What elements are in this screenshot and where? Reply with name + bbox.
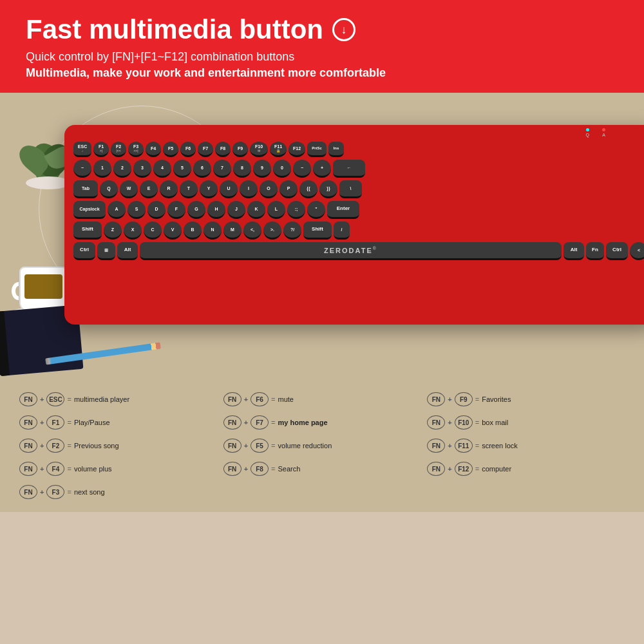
key-backslash[interactable]: \	[339, 180, 362, 198]
key-f7[interactable]: F7	[198, 142, 213, 157]
banner-title-container: Fast multimedia button ↓	[26, 14, 618, 45]
key-backspace[interactable]: ←	[333, 160, 365, 178]
key-esc[interactable]: ESC♪	[73, 142, 91, 157]
key-period[interactable]: >.	[263, 222, 281, 240]
key-w[interactable]: W	[120, 180, 138, 198]
key-space[interactable]: ZERODATE®	[140, 242, 562, 260]
key-y[interactable]: Y	[200, 180, 218, 198]
led-a-dot	[602, 128, 605, 131]
fn-key-f12: F12	[455, 462, 473, 476]
key-e[interactable]: E	[140, 180, 158, 198]
key-h[interactable]: H	[207, 201, 225, 219]
notebook-spine	[0, 311, 10, 376]
key-slash[interactable]: ?/	[283, 222, 301, 240]
shortcut-label-esc: multimedia player	[74, 395, 129, 403]
key-t[interactable]: T	[180, 180, 198, 198]
key-k[interactable]: K	[247, 201, 265, 219]
fn-key-fn13: FN	[427, 462, 445, 476]
key-fn[interactable]: Fn	[586, 242, 604, 260]
key-prtsc[interactable]: PrtSc	[307, 142, 327, 157]
key-0[interactable]: 0	[273, 160, 291, 178]
shortcuts-col1: FN + ESC = multimedia player FN + F1 = P…	[19, 392, 217, 499]
key-slash2[interactable]: /	[334, 222, 350, 240]
key-shift-right[interactable]: Shift	[303, 222, 332, 240]
key-p[interactable]: P	[279, 180, 298, 198]
key-b[interactable]: B	[184, 222, 202, 240]
key-shift-left[interactable]: Shift	[73, 222, 102, 240]
key-c[interactable]: C	[144, 222, 162, 240]
key-alt-right[interactable]: Alt	[564, 242, 584, 260]
key-f11[interactable]: F11🔒	[270, 142, 287, 157]
eq4: =	[67, 465, 71, 473]
key-f3[interactable]: F3>>|	[128, 142, 144, 157]
key-quote[interactable]: "	[307, 201, 325, 219]
key-m[interactable]: M	[223, 222, 242, 240]
key-tilde[interactable]: ~	[73, 160, 91, 178]
key-comma[interactable]: <,	[243, 222, 261, 240]
key-f12[interactable]: F12	[289, 142, 305, 157]
plus12: +	[448, 442, 451, 450]
key-f8[interactable]: F8	[215, 142, 231, 157]
key-9[interactable]: 9	[253, 160, 271, 178]
key-close-bracket[interactable]: }}	[319, 180, 337, 198]
key-7[interactable]: 7	[213, 160, 231, 178]
key-v[interactable]: V	[164, 222, 182, 240]
key-ctrl-left[interactable]: Ctrl	[73, 242, 95, 260]
key-o[interactable]: O	[260, 180, 278, 198]
key-f10[interactable]: F10✉	[250, 142, 268, 157]
shortcut-fn-f2: FN + F2 = Previous song	[19, 439, 217, 453]
key-plus[interactable]: +	[313, 160, 331, 178]
eq2: =	[67, 419, 71, 426]
shortcut-label-f6: mute	[278, 395, 294, 403]
key-q[interactable]: Q	[100, 180, 118, 198]
key-j[interactable]: J	[227, 201, 245, 219]
key-row-asdf: Capslock A S D F G H J K L :; " Enter	[73, 201, 644, 219]
key-2[interactable]: 2	[113, 160, 131, 178]
key-win[interactable]: ⊞	[97, 242, 115, 260]
key-f9[interactable]: F9	[232, 142, 248, 157]
led-a: A	[602, 128, 605, 137]
key-capslock[interactable]: Capslock	[73, 201, 106, 219]
key-f4[interactable]: F4	[146, 142, 161, 157]
key-g[interactable]: G	[187, 201, 205, 219]
key-z[interactable]: Z	[104, 222, 122, 240]
key-ins[interactable]: Ins	[328, 142, 344, 157]
key-f1[interactable]: F1>|	[93, 142, 109, 157]
key-f6[interactable]: F6	[180, 142, 196, 157]
key-rows: ESC♪ F1>| F2|<< F3>>| F4 F5 F6 F7 F8 F9 …	[73, 142, 644, 260]
key-arrow-left[interactable]: <	[630, 242, 644, 260]
key-f5[interactable]: F5	[163, 142, 178, 157]
key-u[interactable]: U	[220, 180, 238, 198]
key-l[interactable]: L	[267, 201, 285, 219]
key-open-bracket[interactable]: {{	[299, 180, 317, 198]
key-4[interactable]: 4	[153, 160, 171, 178]
key-alt-left[interactable]: Alt	[117, 242, 138, 260]
shortcut-fn-f9: FN + F9 = Favorites	[427, 392, 625, 406]
key-enter[interactable]: Enter	[327, 201, 359, 219]
eq13: =	[475, 465, 479, 473]
key-ctrl-right[interactable]: Ctrl	[606, 242, 628, 260]
key-tab[interactable]: Tab	[73, 180, 98, 198]
fn-key-f10: F10	[455, 415, 473, 430]
key-8[interactable]: 8	[233, 160, 251, 178]
key-f2[interactable]: F2|<<	[111, 142, 126, 157]
key-n[interactable]: N	[204, 222, 222, 240]
plus4: +	[40, 465, 44, 473]
key-r[interactable]: R	[160, 180, 178, 198]
key-1[interactable]: 1	[93, 160, 111, 178]
key-i[interactable]: I	[240, 180, 258, 198]
key-s[interactable]: S	[128, 201, 146, 219]
key-f[interactable]: F	[167, 201, 185, 219]
key-a[interactable]: A	[108, 201, 126, 219]
shortcut-fn-f1: FN + F1 = Play/Pause	[19, 415, 217, 430]
key-6[interactable]: 6	[193, 160, 211, 178]
shortcut-label-f4: volume plus	[74, 465, 112, 473]
key-semicolon[interactable]: :;	[287, 201, 305, 219]
fn-key-f1: F1	[46, 415, 64, 430]
key-d[interactable]: D	[147, 201, 166, 219]
key-minus[interactable]: −	[293, 160, 311, 178]
key-5[interactable]: 5	[173, 160, 191, 178]
banner-title-text: Fast multimedia button	[26, 14, 323, 45]
key-3[interactable]: 3	[133, 160, 151, 178]
key-x[interactable]: X	[124, 222, 142, 240]
